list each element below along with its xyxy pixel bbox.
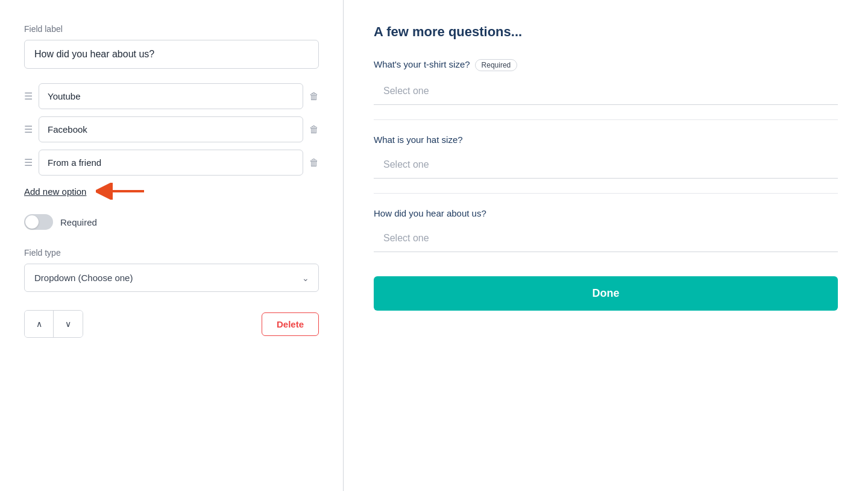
- preview-title: A few more questions...: [374, 24, 838, 40]
- option-row: ☰🗑: [24, 83, 319, 109]
- question-divider: [374, 119, 838, 120]
- move-down-button[interactable]: ∨: [54, 311, 83, 337]
- question-block: What is your hat size?Select one: [374, 135, 838, 194]
- done-button[interactable]: Done: [374, 276, 838, 311]
- delete-option-icon[interactable]: 🗑: [309, 157, 319, 168]
- option-input[interactable]: [39, 150, 303, 176]
- question-label: How did you hear about us?: [374, 208, 838, 218]
- delete-button[interactable]: Delete: [262, 312, 319, 336]
- field-label-heading: Field label: [24, 24, 319, 34]
- arrow-annotation: [96, 183, 144, 200]
- question-divider: [374, 193, 838, 194]
- required-label: Required: [60, 217, 97, 227]
- option-row: ☰🗑: [24, 116, 319, 142]
- add-new-option-row: Add new option: [24, 183, 319, 200]
- field-type-select[interactable]: Dropdown (Choose one): [24, 264, 319, 292]
- required-toggle[interactable]: [24, 214, 53, 230]
- left-panel: Field label ☰🗑☰🗑☰🗑 Add new option Requir…: [0, 0, 344, 491]
- field-label-input[interactable]: [24, 40, 319, 69]
- options-list: ☰🗑☰🗑☰🗑: [24, 83, 319, 176]
- question-block: How did you hear about us?Select one: [374, 208, 838, 267]
- bottom-controls: ∧ ∨ Delete: [24, 310, 319, 338]
- question-label: What's your t-shirt size?Required: [374, 59, 838, 71]
- option-input[interactable]: [39, 116, 303, 142]
- toggle-knob: [25, 215, 39, 229]
- drag-handle-icon[interactable]: ☰: [24, 157, 33, 168]
- preview-select[interactable]: Select one: [374, 151, 838, 179]
- reorder-buttons: ∧ ∨: [24, 310, 83, 338]
- required-row: Required: [24, 214, 319, 230]
- field-type-heading: Field type: [24, 248, 319, 258]
- move-up-button[interactable]: ∧: [25, 311, 54, 337]
- preview-select[interactable]: Select one: [374, 224, 838, 252]
- option-input[interactable]: [39, 83, 303, 109]
- drag-handle-icon[interactable]: ☰: [24, 124, 33, 135]
- required-badge: Required: [475, 59, 518, 71]
- drag-handle-icon[interactable]: ☰: [24, 90, 33, 102]
- preview-select[interactable]: Select one: [374, 77, 838, 105]
- question-label: What is your hat size?: [374, 135, 838, 145]
- delete-option-icon[interactable]: 🗑: [309, 124, 319, 135]
- question-block: What's your t-shirt size?RequiredSelect …: [374, 59, 838, 120]
- delete-option-icon[interactable]: 🗑: [309, 91, 319, 102]
- right-panel: A few more questions... What's your t-sh…: [344, 0, 868, 491]
- arrow-icon: [96, 183, 144, 200]
- add-new-option-link[interactable]: Add new option: [24, 186, 86, 197]
- option-row: ☰🗑: [24, 150, 319, 176]
- field-type-select-wrapper: Dropdown (Choose one) ⌄: [24, 264, 319, 292]
- questions-container: What's your t-shirt size?RequiredSelect …: [374, 59, 838, 267]
